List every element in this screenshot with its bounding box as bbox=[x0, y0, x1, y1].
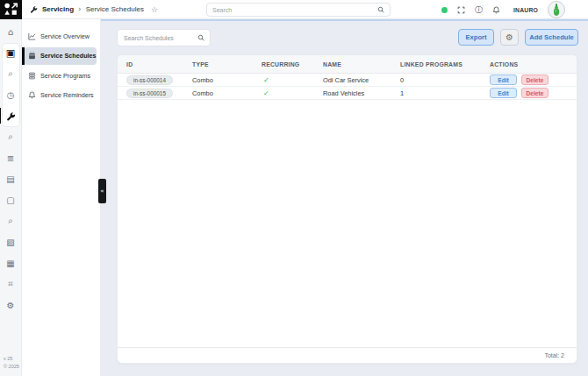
table-header: IDTYPERECURRINGNAMELINKED PROGRAMSACTION… bbox=[118, 55, 577, 74]
stack-icon bbox=[28, 72, 36, 80]
connection-status-dot bbox=[441, 7, 448, 13]
global-search-input[interactable] bbox=[207, 7, 377, 13]
table-row: in-ss-000014 Combo ✓ Odi Car Service 0 E… bbox=[118, 74, 577, 87]
map-icon[interactable]: ▦ bbox=[0, 252, 21, 273]
edit-button[interactable]: Edit bbox=[490, 88, 517, 98]
schedule-id-badge: in-ss-000014 bbox=[126, 75, 173, 85]
wrench-icon bbox=[30, 5, 38, 13]
name-cell: Odi Car Service bbox=[323, 76, 400, 84]
global-search bbox=[206, 3, 391, 17]
sidebar-item-label: Service Reminders bbox=[40, 91, 94, 99]
main-content: Export ⚙ Add Schedule IDTYPERECURRINGNAM… bbox=[101, 19, 588, 376]
column-header-actions: ACTIONS bbox=[490, 61, 568, 67]
home-icon[interactable]: ⌂ bbox=[0, 21, 21, 42]
sidebar-item-label: Service Schedules bbox=[40, 52, 97, 60]
column-header-id: ID bbox=[126, 61, 192, 67]
schedule-id-badge: in-ss-000015 bbox=[126, 89, 173, 98]
sidebar-item-service-programs[interactable]: Service Programs bbox=[24, 67, 97, 84]
audit-search-icon[interactable]: ⌕ bbox=[0, 210, 21, 231]
asset-search-icon[interactable]: ⌕ bbox=[0, 126, 21, 147]
top-bar: Servicing › Service Schedules ☆ ⓘ INAURO bbox=[0, 0, 588, 19]
export-button[interactable]: Export bbox=[458, 29, 494, 46]
bell-icon bbox=[28, 91, 36, 99]
total-count-label: Total: 2 bbox=[544, 352, 564, 358]
type-cell: Combo bbox=[192, 76, 262, 84]
search-icon[interactable] bbox=[377, 6, 384, 13]
sidebar-item-service-reminders[interactable]: Service Reminders bbox=[24, 87, 97, 104]
inauro-logo[interactable] bbox=[0, 0, 22, 19]
schedules-table-card: IDTYPERECURRINGNAMELINKED PROGRAMSACTION… bbox=[117, 54, 577, 364]
settings-icon[interactable]: ⚙ bbox=[0, 294, 21, 316]
sidebar-item-label: Service Overview bbox=[40, 32, 90, 40]
search-icon[interactable] bbox=[197, 34, 204, 41]
linked-programs-cell: 0 bbox=[400, 76, 490, 84]
add-schedule-button[interactable]: Add Schedule bbox=[525, 29, 578, 46]
recurring-check-icon: ✓ bbox=[262, 89, 323, 97]
breadcrumb: Servicing › Service Schedules ☆ bbox=[30, 5, 158, 14]
history-icon[interactable]: ◷ bbox=[0, 84, 21, 105]
schedule-search-input[interactable] bbox=[118, 35, 197, 41]
icon-rail: ⌂▣⌕◷⌕≣▤▢⌕▧▦⌗⚙ v 25 © 2025 bbox=[0, 19, 22, 376]
type-cell: Combo bbox=[192, 89, 262, 97]
list-icon[interactable]: ≣ bbox=[0, 147, 21, 168]
table-settings-button[interactable]: ⚙ bbox=[500, 29, 519, 46]
linked-programs-cell: 1 bbox=[400, 89, 490, 97]
column-header-recurring: RECURRING bbox=[262, 61, 323, 67]
copyright-label: © 2025 bbox=[4, 363, 21, 371]
calendar-icon bbox=[28, 52, 36, 60]
column-header-name: NAME bbox=[323, 61, 400, 67]
fullscreen-icon[interactable] bbox=[457, 6, 465, 14]
column-header-type: TYPE bbox=[192, 61, 262, 67]
info-icon[interactable]: ⓘ bbox=[475, 6, 483, 14]
document-icon[interactable]: ▢ bbox=[0, 189, 21, 210]
actions-cell: Edit Delete bbox=[490, 88, 568, 98]
camera-icon[interactable]: ▤ bbox=[0, 168, 21, 189]
schedule-search bbox=[117, 29, 211, 46]
sidebar-item-label: Service Programs bbox=[40, 72, 90, 80]
name-cell: Road Vehicles bbox=[323, 89, 400, 97]
notifications-bell-icon[interactable] bbox=[492, 6, 500, 14]
breadcrumb-page[interactable]: Service Schedules bbox=[86, 5, 144, 13]
user-avatar[interactable] bbox=[548, 1, 565, 18]
network-icon[interactable]: ⌗ bbox=[0, 273, 21, 294]
breadcrumb-app[interactable]: Servicing bbox=[42, 5, 74, 13]
layers-icon[interactable]: ▧ bbox=[0, 231, 21, 252]
chevron-right-icon: › bbox=[78, 5, 82, 13]
actions-cell: Edit Delete bbox=[490, 74, 568, 85]
recurring-check-icon: ✓ bbox=[262, 76, 323, 84]
gear-icon: ⚙ bbox=[506, 32, 513, 42]
chart-line-icon bbox=[28, 32, 36, 40]
favorite-star-icon[interactable]: ☆ bbox=[151, 5, 158, 14]
apps-icon[interactable]: ▣ bbox=[0, 42, 21, 63]
search-icon[interactable]: ⌕ bbox=[0, 63, 21, 84]
table-footer: Total: 2 bbox=[118, 347, 577, 363]
app-version: v 25 © 2025 bbox=[0, 355, 21, 371]
delete-button[interactable]: Delete bbox=[521, 88, 549, 98]
sidebar-item-service-overview[interactable]: Service Overview bbox=[24, 27, 97, 45]
version-label: v 25 bbox=[4, 355, 21, 363]
sidebar-item-service-schedules[interactable]: Service Schedules bbox=[24, 47, 97, 65]
edit-button[interactable]: Edit bbox=[490, 74, 517, 85]
delete-button[interactable]: Delete bbox=[521, 74, 549, 85]
table-empty-space bbox=[118, 100, 577, 347]
sidebar-collapse-button[interactable]: « bbox=[98, 179, 106, 203]
user-name-label: INAURO bbox=[513, 7, 538, 13]
wrench-icon[interactable] bbox=[0, 105, 21, 126]
column-header-linked-programs: LINKED PROGRAMS bbox=[400, 61, 490, 67]
service-sidebar: Service Overview Service Schedules Servi… bbox=[22, 19, 101, 376]
table-row: in-ss-000015 Combo ✓ Road Vehicles 1 Edi… bbox=[118, 87, 577, 100]
